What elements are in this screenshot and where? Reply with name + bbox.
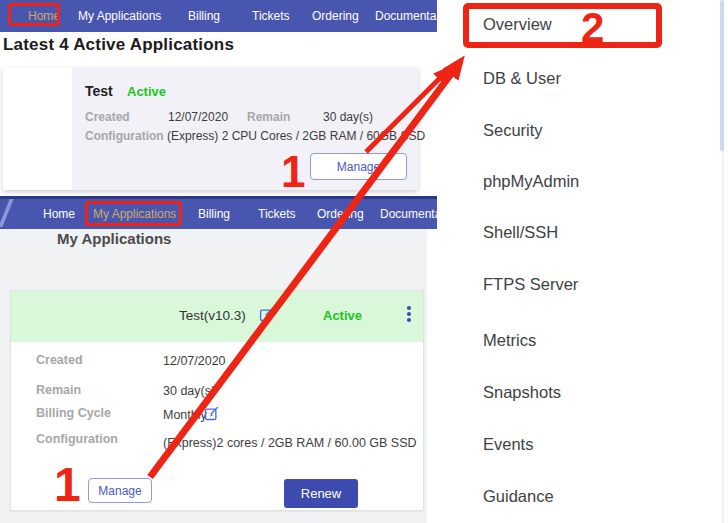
page-title: Latest 4 Active Applications	[3, 35, 234, 55]
top-navbar-apps-view: Home My Applications Billing Tickets Ord…	[0, 196, 437, 229]
composite-screenshot: Home My Applications Billing Tickets Ord…	[0, 0, 728, 523]
nav-item-home[interactable]: Home	[28, 9, 60, 23]
nav-item-billing[interactable]: Billing	[188, 9, 220, 23]
manage-button[interactable]: Manage	[88, 478, 152, 503]
sidebar-item-snapshots[interactable]: Snapshots	[483, 383, 561, 402]
sidebar-item-guidance[interactable]: Guidance	[483, 487, 554, 506]
sidebar-item-security[interactable]: Security	[483, 121, 543, 140]
manage-button[interactable]: Manage	[310, 153, 407, 180]
sidebar-item-shell-ssh[interactable]: Shell/SSH	[483, 223, 558, 242]
nav-item-home[interactable]: Home	[43, 207, 75, 221]
config-value: (Express) 2 CPU Cores / 2GB RAM / 60GB S…	[167, 129, 425, 143]
nav-item-ordering[interactable]: Ordering	[312, 9, 359, 23]
page-title: My Applications	[57, 230, 171, 247]
configuration-value: (Express)2 cores / 2GB RAM / 60.00 GB SS…	[163, 436, 417, 450]
remain-value: 30 day(s)	[323, 110, 373, 124]
nav-item-my-applications[interactable]: My Applications	[93, 207, 176, 221]
sidebar-item-phpmyadmin[interactable]: phpMyAdmin	[483, 172, 579, 191]
top-navbar-home-view: Home My Applications Billing Tickets Ord…	[0, 0, 437, 32]
nav-item-ordering[interactable]: Ordering	[317, 207, 364, 221]
created-value: 12/07/2020	[163, 354, 226, 368]
renew-button[interactable]: Renew	[284, 479, 358, 508]
billing-cycle-label: Billing Cycle	[36, 406, 111, 420]
nav-item-documentation[interactable]: Documenta	[380, 207, 441, 221]
created-label: Created	[36, 353, 83, 367]
nav-item-my-applications[interactable]: My Applications	[78, 9, 161, 23]
remain-label: Remain	[36, 383, 81, 397]
app-name-version: Test(v10.3)	[179, 308, 246, 323]
config-label: Configuration	[85, 129, 164, 143]
nav-item-documentation[interactable]: Documenta	[375, 9, 436, 23]
sidebar-item-metrics[interactable]: Metrics	[483, 331, 536, 350]
remain-label: Remain	[247, 110, 290, 124]
nav-item-billing[interactable]: Billing	[198, 207, 230, 221]
edit-name-icon[interactable]	[259, 307, 274, 322]
created-value: 12/07/2020	[168, 110, 228, 124]
edit-billing-cycle-icon[interactable]	[204, 406, 219, 421]
scrollbar-thumb[interactable]	[720, 0, 724, 151]
app-name: Test	[85, 83, 113, 99]
nav-item-tickets[interactable]: Tickets	[258, 207, 296, 221]
sidebar-item-events[interactable]: Events	[483, 435, 533, 454]
application-detail-card: Test(v10.3) Active Created 12/07/2020 Re…	[10, 290, 424, 511]
application-sidebar-menu: Overview DB & User Security phpMyAdmin S…	[437, 0, 728, 523]
configuration-label: Configuration	[36, 432, 118, 446]
status-badge: Active	[323, 308, 362, 323]
remain-value: 30 day(s)	[163, 384, 215, 398]
application-summary-card: Test Active Created 12/07/2020 Remain 30…	[3, 68, 418, 190]
sidebar-item-db-user[interactable]: DB & User	[483, 69, 561, 88]
created-label: Created	[85, 110, 130, 124]
sidebar-item-overview[interactable]: Overview	[483, 15, 552, 34]
sidebar-item-ftps-server[interactable]: FTPS Server	[483, 275, 578, 294]
status-badge: Active	[127, 84, 166, 99]
more-options-icon[interactable]	[403, 306, 415, 326]
nav-item-tickets[interactable]: Tickets	[252, 9, 290, 23]
billing-cycle-value: Monthly	[163, 408, 207, 422]
